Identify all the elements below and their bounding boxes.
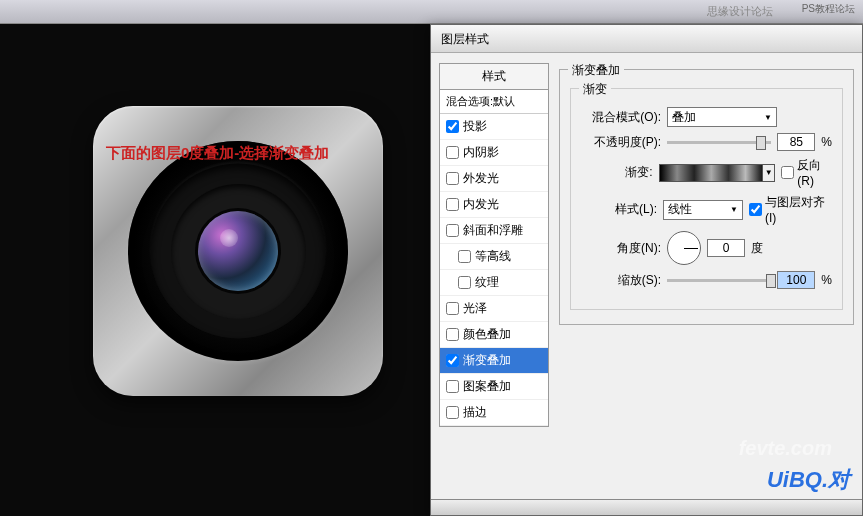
opacity-input[interactable] — [777, 133, 815, 151]
style-item-外发光[interactable]: 外发光 — [440, 166, 548, 192]
style-checkbox[interactable] — [446, 146, 459, 159]
style-item-label: 外发光 — [463, 170, 499, 187]
blend-mode-label: 混合模式(O): — [581, 109, 661, 126]
opacity-unit: % — [821, 135, 832, 149]
style-item-内阴影[interactable]: 内阴影 — [440, 140, 548, 166]
style-item-label: 内阴影 — [463, 144, 499, 161]
opacity-slider[interactable] — [667, 141, 771, 144]
style-item-斜面和浮雕[interactable]: 斜面和浮雕 — [440, 218, 548, 244]
angle-label: 角度(N): — [581, 240, 661, 257]
style-item-描边[interactable]: 描边 — [440, 400, 548, 426]
angle-dial[interactable] — [667, 231, 701, 265]
style-checkbox[interactable] — [458, 250, 471, 263]
scale-input[interactable] — [777, 271, 815, 289]
style-checkbox[interactable] — [446, 354, 459, 367]
blending-options-default[interactable]: 混合选项:默认 — [440, 90, 548, 114]
watermark-text-2: PS教程论坛 — [802, 2, 855, 16]
reverse-checkbox-input[interactable] — [781, 166, 794, 179]
style-item-label: 投影 — [463, 118, 487, 135]
slider-thumb[interactable] — [766, 274, 776, 288]
style-item-label: 颜色叠加 — [463, 326, 511, 343]
style-item-label: 描边 — [463, 404, 487, 421]
scale-slider[interactable] — [667, 279, 771, 282]
dialog-titlebar[interactable]: 图层样式 — [431, 25, 862, 53]
canvas-area[interactable]: 下面的图层0度叠加-选择渐变叠加 — [0, 24, 430, 516]
style-item-等高线[interactable]: 等高线 — [440, 244, 548, 270]
style-checkbox[interactable] — [446, 406, 459, 419]
style-item-图案叠加[interactable]: 图案叠加 — [440, 374, 548, 400]
blend-mode-value: 叠加 — [672, 109, 696, 126]
lens-ring-inner — [171, 184, 306, 319]
watermark-fevte: fevte.com — [739, 437, 832, 460]
annotation-text: 下面的图层0度叠加-选择渐变叠加 — [106, 144, 329, 163]
style-item-label: 纹理 — [475, 274, 499, 291]
align-checkbox-input[interactable] — [749, 203, 762, 216]
gradient-label: 渐变: — [581, 164, 653, 181]
blend-mode-select[interactable]: 叠加 ▼ — [667, 107, 777, 127]
canvas[interactable]: 下面的图层0度叠加-选择渐变叠加 — [18, 24, 430, 516]
align-label: 与图层对齐(I) — [765, 194, 832, 225]
angle-input[interactable] — [707, 239, 745, 257]
style-checkbox[interactable] — [446, 224, 459, 237]
style-label: 样式(L): — [581, 201, 657, 218]
lens-glass — [198, 211, 278, 291]
style-checkbox[interactable] — [446, 120, 459, 133]
chevron-down-icon: ▼ — [730, 205, 738, 214]
style-value: 线性 — [668, 201, 692, 218]
chevron-down-icon[interactable]: ▼ — [762, 165, 774, 181]
chevron-down-icon: ▼ — [764, 113, 772, 122]
styles-list-panel: 样式 混合选项:默认 投影内阴影外发光内发光斜面和浮雕等高线纹理光泽颜色叠加渐变… — [439, 63, 549, 427]
style-checkbox[interactable] — [446, 198, 459, 211]
horizontal-scrollbar[interactable] — [431, 499, 862, 515]
angle-unit: 度 — [751, 240, 763, 257]
group-title: 渐变叠加 — [568, 62, 624, 79]
style-checkbox[interactable] — [446, 302, 459, 315]
lens-ring-outer — [128, 141, 348, 361]
align-checkbox[interactable]: 与图层对齐(I) — [749, 194, 832, 225]
reverse-label: 反向(R) — [797, 157, 832, 188]
style-item-投影[interactable]: 投影 — [440, 114, 548, 140]
style-item-颜色叠加[interactable]: 颜色叠加 — [440, 322, 548, 348]
scale-label: 缩放(S): — [581, 272, 661, 289]
style-item-纹理[interactable]: 纹理 — [440, 270, 548, 296]
styles-list-header[interactable]: 样式 — [440, 64, 548, 90]
lens-highlight — [220, 229, 238, 247]
style-item-label: 图案叠加 — [463, 378, 511, 395]
watermark-uibq: UiBQ.对 — [767, 465, 850, 495]
gradient-overlay-settings: 渐变叠加 渐变 混合模式(O): 叠加 ▼ 不透明度(P): % — [559, 63, 854, 325]
style-select[interactable]: 线性 ▼ — [663, 200, 743, 220]
reverse-checkbox[interactable]: 反向(R) — [781, 157, 832, 188]
style-checkbox[interactable] — [446, 172, 459, 185]
style-item-label: 渐变叠加 — [463, 352, 511, 369]
lens-ring-mid — [151, 164, 326, 339]
layer-style-dialog: 图层样式 样式 混合选项:默认 投影内阴影外发光内发光斜面和浮雕等高线纹理光泽颜… — [430, 24, 863, 516]
style-item-label: 光泽 — [463, 300, 487, 317]
inner-group-title: 渐变 — [579, 81, 611, 98]
style-checkbox[interactable] — [458, 276, 471, 289]
style-item-label: 内发光 — [463, 196, 499, 213]
style-item-label: 斜面和浮雕 — [463, 222, 523, 239]
style-item-label: 等高线 — [475, 248, 511, 265]
opacity-label: 不透明度(P): — [581, 134, 661, 151]
style-checkbox[interactable] — [446, 328, 459, 341]
slider-thumb[interactable] — [756, 136, 766, 150]
gradient-picker[interactable]: ▼ — [659, 164, 776, 182]
application-titlebar: 思缘设计论坛 PS教程论坛 — [0, 0, 863, 24]
style-item-渐变叠加[interactable]: 渐变叠加 — [440, 348, 548, 374]
style-item-内发光[interactable]: 内发光 — [440, 192, 548, 218]
watermark-text: 思缘设计论坛 — [707, 4, 773, 19]
style-item-光泽[interactable]: 光泽 — [440, 296, 548, 322]
style-checkbox[interactable] — [446, 380, 459, 393]
scale-unit: % — [821, 273, 832, 287]
dialog-title-text: 图层样式 — [441, 32, 489, 46]
